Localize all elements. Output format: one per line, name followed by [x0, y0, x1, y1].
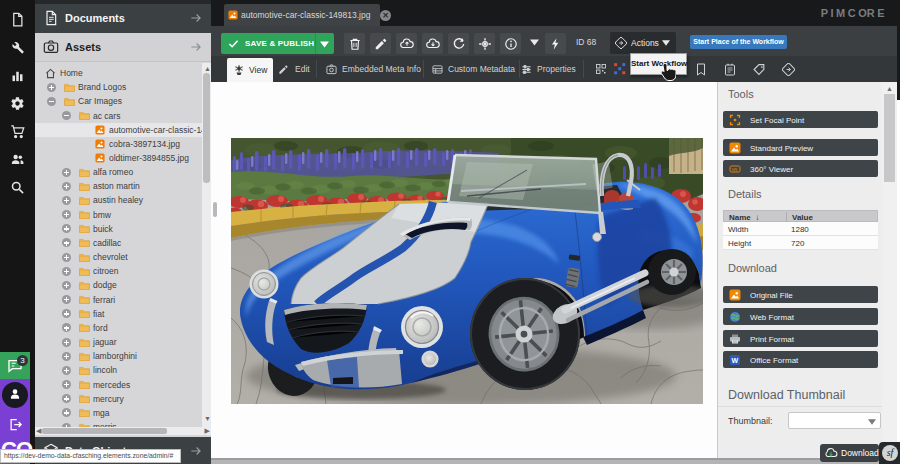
svg-text:W: W [732, 356, 739, 363]
svg-text:VR: VR [732, 166, 738, 171]
